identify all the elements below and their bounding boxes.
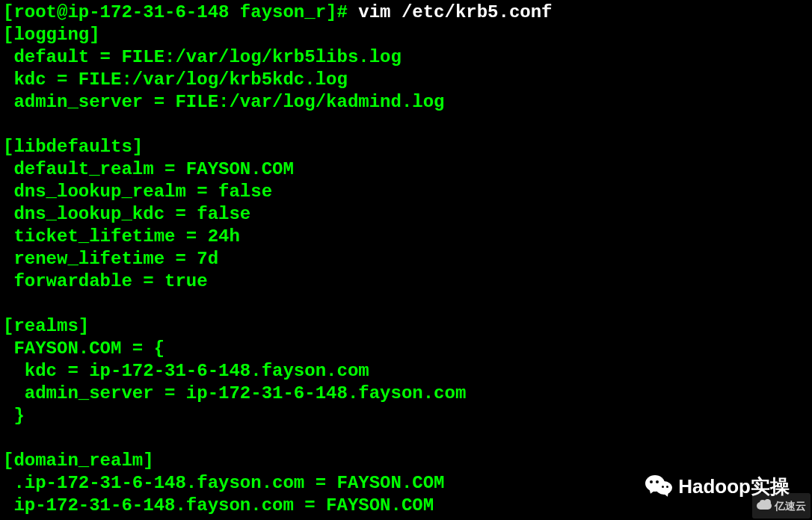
- wechat-icon: [645, 475, 672, 498]
- shell-command: vim /etc/krb5.conf: [358, 2, 552, 22]
- config-line: [domain_realm]: [3, 451, 154, 471]
- config-line: [realms]: [3, 316, 89, 336]
- config-line: default_realm = FAYSON.COM: [3, 159, 294, 179]
- config-line: FAYSON.COM = {: [3, 338, 164, 359]
- config-line: forwardable = true: [3, 271, 208, 291]
- yisu-label: 亿速云: [775, 495, 806, 517]
- config-line: admin_server = ip-172-31-6-148.fayson.co…: [3, 383, 466, 403]
- config-line: .ip-172-31-6-148.fayson.com = FAYSON.COM: [3, 473, 445, 493]
- config-line: [libdefaults]: [3, 137, 143, 157]
- config-line: ip-172-31-6-148.fayson.com = FAYSON.COM: [3, 495, 434, 516]
- config-line: renew_lifetime = 7d: [3, 249, 218, 269]
- config-line: [logging]: [3, 25, 100, 45]
- shell-prompt: [root@ip-172-31-6-148 fayson_r]#: [3, 2, 358, 22]
- cloud-icon: [757, 501, 772, 511]
- config-line: default = FILE:/var/log/krb5libs.log: [3, 47, 402, 67]
- config-line: dns_lookup_kdc = false: [3, 204, 250, 224]
- config-line: dns_lookup_realm = false: [3, 182, 272, 202]
- yisu-watermark: 亿速云: [752, 493, 811, 519]
- terminal-output: [root@ip-172-31-6-148 fayson_r]# vim /et…: [3, 1, 809, 517]
- config-line: kdc = ip-172-31-6-148.fayson.com: [3, 361, 369, 381]
- config-line: ticket_lifetime = 24h: [3, 226, 240, 247]
- config-line: kdc = FILE:/var/log/krb5kdc.log: [3, 69, 348, 90]
- config-line: }: [3, 406, 25, 426]
- config-line: admin_server = FILE:/var/log/kadmind.log: [3, 92, 445, 112]
